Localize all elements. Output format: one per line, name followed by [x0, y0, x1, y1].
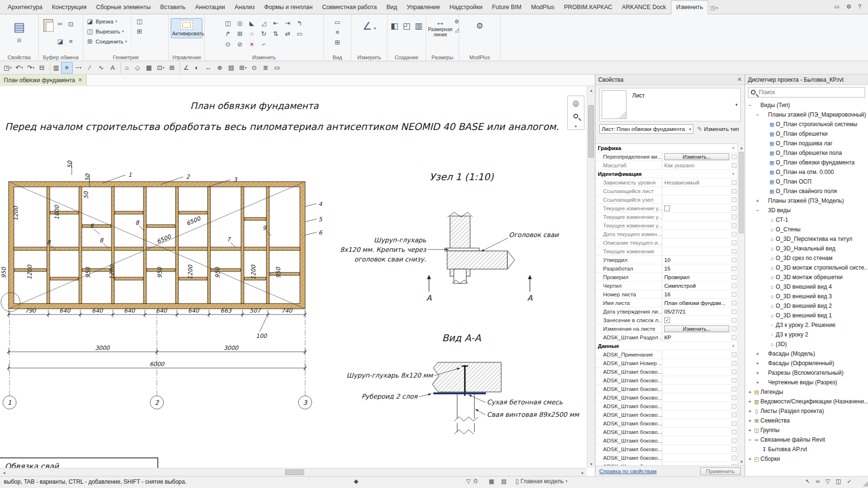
properties-palette-icon[interactable]: ▤	[11, 18, 28, 35]
expand-toggle-icon[interactable]: +	[747, 389, 753, 395]
clipboard-icon[interactable]: ✂	[55, 19, 66, 29]
modify-tool-icon[interactable]: ◎	[234, 18, 246, 28]
associate-param-button[interactable]	[731, 318, 737, 323]
toolbar-icon[interactable]: ∠	[180, 62, 191, 74]
property-value[interactable]: Независимый	[662, 180, 731, 185]
tree-item[interactable]: − 3D виды	[745, 206, 868, 215]
tree-item[interactable]: О_3D монтаж обрешетки	[745, 272, 868, 282]
modify-tool-icon[interactable]: ↻	[258, 28, 270, 39]
steering-wheel-icon[interactable]: ◎	[569, 96, 583, 109]
properties-scrollbar[interactable]: ▴ ▾	[737, 143, 745, 466]
tree-item[interactable]: ДЗ к уроку 2	[745, 330, 868, 339]
status-toggle-icon[interactable]: ▽	[825, 478, 830, 485]
create-tool-icon[interactable]: ▥	[414, 21, 424, 31]
filter-count[interactable]: ▽ :0	[466, 478, 477, 485]
tree-item[interactable]: О_3D срез по стенам	[745, 253, 868, 263]
tree-item[interactable]: О_План обрешетки пола	[745, 148, 868, 158]
status-toggle-icon[interactable]: ∞	[816, 478, 820, 485]
associate-param-button[interactable]	[731, 163, 737, 168]
toolbar-icon[interactable]: ◇	[132, 62, 143, 74]
modify-tool-icon[interactable]: ⇤	[270, 18, 282, 28]
node1-detail[interactable]: Узел 1 (1:10) Шуруп-	[340, 171, 559, 303]
tree-item[interactable]: − Связанные файлы Revit	[745, 435, 868, 445]
expand-toggle-icon[interactable]: −	[747, 102, 753, 108]
associate-param-button[interactable]	[731, 326, 737, 331]
associate-param-button[interactable]	[731, 430, 737, 434]
associate-param-button[interactable]	[731, 232, 737, 237]
tree-item[interactable]: (3D)	[745, 339, 868, 349]
create-tool-icon[interactable]: ◧	[389, 21, 399, 31]
view-tool-icon[interactable]: ≡	[332, 27, 343, 37]
toolbar-icon[interactable]: ≣	[260, 62, 272, 74]
ribbon-tab[interactable]: Вид	[382, 1, 402, 14]
expand-toggle-icon[interactable]: +	[747, 427, 753, 433]
property-value[interactable]: 10	[662, 257, 731, 263]
ribbon-tab[interactable]: Future BIM	[487, 1, 527, 14]
associate-param-button[interactable]	[731, 258, 737, 262]
associate-param-button[interactable]	[731, 206, 737, 211]
geometry-menu-item[interactable]: ◫ Вырезать ▾	[85, 26, 128, 36]
property-value[interactable]: Изменить...	[664, 325, 729, 332]
property-value[interactable]: Симплстрой	[662, 283, 731, 289]
modify-tool-icon[interactable]: ○	[246, 28, 258, 39]
toolbar-icon[interactable]: −▾	[73, 62, 84, 74]
property-value[interactable]: Изменить...	[664, 153, 729, 160]
modify-tool-icon[interactable]: ⌐	[258, 39, 270, 49]
expand-toggle-icon[interactable]: +	[747, 418, 753, 423]
toolbar-icon[interactable]: ▤	[226, 62, 237, 74]
toolbar-icon[interactable]: ▦	[143, 62, 155, 74]
zoom-icon[interactable]	[569, 109, 583, 123]
toolbar-icon[interactable]: ◐	[191, 62, 203, 74]
tree-item[interactable]: + Разрезы (Вспомогательный)	[745, 368, 868, 378]
toolbar-icon[interactable]: ⊙	[249, 62, 260, 74]
view-tool-icon[interactable]: ▭	[332, 17, 343, 27]
worksharing-icon[interactable]: ◆	[354, 478, 358, 485]
associate-param-button[interactable]	[731, 215, 737, 219]
scroll-down-icon[interactable]: ▾	[587, 460, 595, 468]
infocenter-icon[interactable]: ▭	[834, 3, 839, 10]
associate-param-button[interactable]	[731, 197, 737, 202]
apply-button[interactable]: Применить	[700, 467, 741, 475]
associate-param-button[interactable]	[731, 361, 737, 366]
scroll-up-icon[interactable]: ▴	[738, 143, 745, 152]
tree-item[interactable]: О_План обрешетки	[745, 129, 868, 139]
toolbar-icon[interactable]: ⌂	[121, 62, 132, 74]
tree-item[interactable]: О_План стропильной системы	[745, 119, 868, 129]
modify-tool-icon[interactable]: ⊞	[234, 28, 246, 39]
toolbar-icon[interactable]: ↶▾	[13, 62, 25, 74]
tree-item[interactable]: + Чертежные виды (Разрез)	[745, 378, 868, 387]
tree-item[interactable]: + Легенды	[745, 387, 868, 397]
status-toggle-icon[interactable]: ◫	[836, 478, 841, 485]
view-tab-active[interactable]: План обвязки фундамента ✕	[0, 75, 87, 86]
browser-search[interactable]	[748, 87, 865, 98]
toolbar-icon[interactable]: ↷▾	[25, 62, 36, 74]
clipboard-icon[interactable]: ◪	[55, 36, 66, 46]
tree-item[interactable]: − Виды (Тип)	[745, 100, 868, 110]
geometry-menu-item[interactable]: ◪ Врезка ▾	[85, 16, 128, 26]
ribbon-tab[interactable]: ModPlus	[526, 1, 559, 14]
modify-tool-icon[interactable]: ◣	[246, 18, 258, 28]
close-icon[interactable]: ✕	[737, 76, 742, 83]
associate-param-button[interactable]	[731, 283, 737, 288]
foundation-plan[interactable]	[1, 182, 305, 312]
tree-item[interactable]: + Фасады (Оформленный)	[745, 358, 868, 368]
expand-toggle-icon[interactable]: +	[755, 380, 760, 385]
measure-icon[interactable]: ∠	[363, 20, 372, 32]
ribbon-tab[interactable]: Изменить	[671, 0, 708, 14]
worksets-icon[interactable]: ▦	[489, 478, 494, 485]
tree-item[interactable]: О_План свайного поля	[745, 186, 868, 196]
tree-item[interactable]: СТ-1	[745, 215, 868, 225]
expand-toggle-icon[interactable]: +	[755, 360, 760, 366]
modplus-icon[interactable]: ⚙	[474, 21, 485, 31]
toolbar-icon[interactable]: ⊟	[36, 62, 48, 74]
tree-item[interactable]: + Листы (Раздел проекта)	[745, 406, 868, 416]
associate-param-button[interactable]	[731, 412, 737, 417]
editable-only-icon[interactable]: ▤	[501, 478, 506, 485]
close-icon[interactable]: ✕	[78, 77, 82, 83]
scrollbar-thumb[interactable]	[588, 105, 594, 158]
ribbon-tab[interactable]: Сборные элементы	[91, 1, 155, 14]
property-value[interactable]: План обвязки фундам...	[662, 300, 731, 306]
scrollbar-thumb[interactable]	[285, 469, 304, 475]
ribbon-tab[interactable]: Управление	[402, 1, 445, 14]
tree-item[interactable]: О_План ОСП	[745, 177, 868, 186]
